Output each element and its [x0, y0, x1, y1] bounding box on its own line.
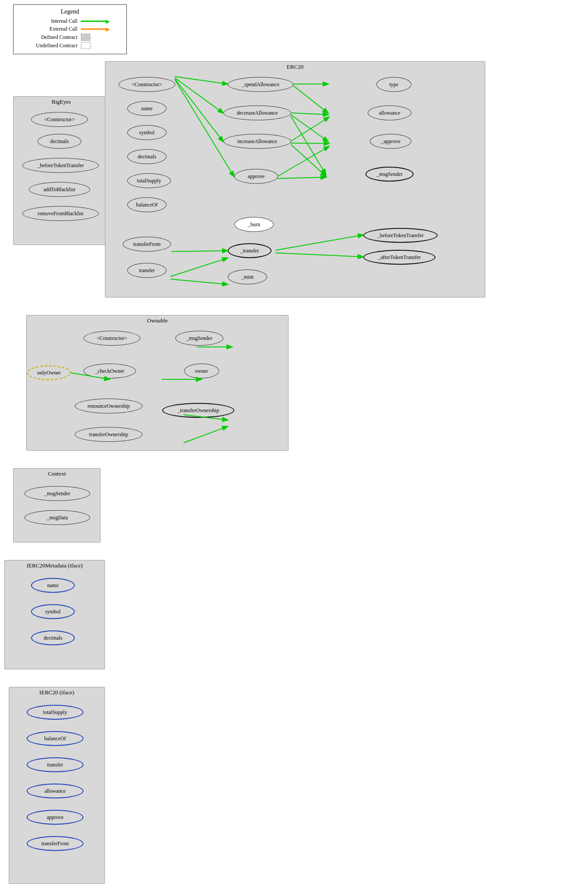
ierc20-totalsupply: totalSupply [27, 705, 84, 720]
erc20-decimals: decimals [127, 149, 167, 164]
ierc20metadata-symbol: symbol [31, 604, 75, 619]
erc20-burn: _burn [234, 217, 274, 232]
bigeyes-removefromblacklist: removeFromBlacklist [22, 206, 99, 221]
ierc20-balanceof: balanceOf [27, 731, 84, 746]
ownable-constructor: <Constructor> [84, 331, 140, 346]
erc20-constructor: <Constructor> [118, 77, 175, 92]
erc20-aftertokentransfer: _afterTokenTransfer [363, 250, 435, 265]
ownable-checkowner: _checkOwner [84, 364, 136, 378]
erc20-balanceof: balanceOf [127, 197, 167, 212]
erc20-decreaseallowance: decreaseAllowance [223, 105, 291, 120]
ierc20metadata-title: IERC20Metadata (iface) [5, 560, 104, 570]
erc20-transfer-priv: _transfer [228, 243, 271, 258]
erc20-allowance: allowance [368, 105, 411, 120]
bigeyes-addtoblacklist: addToBlacklist [29, 182, 90, 197]
ierc20-title: IERC20 (iface) [9, 687, 104, 697]
ierc20-approve: approve [27, 810, 84, 825]
ierc20metadata-name: name [31, 578, 75, 593]
erc20-mint: _mint [228, 270, 267, 284]
ownable-renounceownership: renounceOwnership [75, 399, 143, 413]
ierc20-box: IERC20 (iface) totalSupply balanceOf tra… [9, 687, 105, 884]
ownable-owner: owner [184, 364, 219, 378]
legend-box: Legend Internal Call External Call Defin… [13, 4, 127, 54]
legend-external-label: External Call [21, 26, 77, 32]
ierc20metadata-box: IERC20Metadata (iface) name symbol decim… [4, 560, 105, 669]
ierc20metadata-decimals: decimals [31, 630, 75, 645]
ownable-box: Ownable <Constructor> _checkOwner renoun… [26, 315, 289, 451]
bigeyes-box: BigEyes <Constructor> decimals _beforeTo… [13, 96, 109, 245]
erc20-spendallowance: _spendAllowance [228, 77, 293, 92]
erc20-approve: approve [234, 169, 278, 184]
legend-undefined-contract: Undefined Contract [21, 42, 119, 49]
ownable-msgsender: _msgSender [175, 331, 223, 346]
context-msgsender: _msgSender [24, 486, 90, 501]
bigeyes-constructor: <Constructor> [31, 112, 88, 127]
erc20-transfer-pub: transfer [127, 263, 167, 278]
erc20-approve-priv: _approve [370, 134, 411, 149]
erc20-totalsupply: totalSupply [127, 173, 171, 188]
context-msgdata: _msgData [24, 510, 90, 525]
bigeyes-decimals: decimals [38, 134, 81, 149]
ownable-title: Ownable [27, 315, 288, 325]
legend-orange-line [81, 28, 107, 30]
erc20-box: ERC20 <Constructor> name symbol decimals… [105, 61, 485, 298]
ierc20-transferfrom: transferFrom [27, 836, 84, 851]
ownable-transferownership-priv: _transferOwnership [162, 403, 234, 418]
legend-internal-label: Internal Call [21, 18, 77, 24]
legend-undefined-label: Undefined Contract [21, 42, 77, 49]
erc20-name: name [127, 101, 167, 116]
legend-external-call: External Call [21, 26, 119, 32]
erc20-beforetokentransfer: _beforeTokenTransfer [363, 228, 438, 243]
legend-white-rect [81, 42, 90, 49]
onlyowner-node: onlyOwner [27, 365, 71, 380]
legend-title: Legend [21, 8, 119, 15]
ierc20-transfer: transfer [27, 757, 84, 772]
erc20-transferfrom: transferFrom [123, 237, 171, 252]
bigeyes-beforetokentransfer: _beforeTokenTransfer [22, 158, 99, 173]
ierc20-allowance: allowance [27, 784, 84, 798]
legend-internal-call: Internal Call [21, 18, 119, 24]
erc20-title: ERC20 [105, 62, 485, 71]
erc20-increaseallowance: increaseAllowance [223, 134, 291, 149]
context-box: Context _msgSender _msgData [13, 468, 101, 542]
legend-gray-rect [81, 34, 90, 41]
legend-green-line [81, 21, 107, 22]
context-title: Context [14, 469, 100, 478]
erc20-msgsender: _msgSender [365, 167, 414, 182]
erc20-symbol: symbol [127, 125, 167, 140]
bigeyes-title: BigEyes [14, 97, 109, 106]
legend-defined-contract: Defined Contract [21, 34, 119, 41]
legend-defined-label: Defined Contract [21, 34, 77, 41]
erc20-type: type [376, 77, 411, 92]
ownable-transferownership-pub: transferOwnership [75, 427, 143, 442]
